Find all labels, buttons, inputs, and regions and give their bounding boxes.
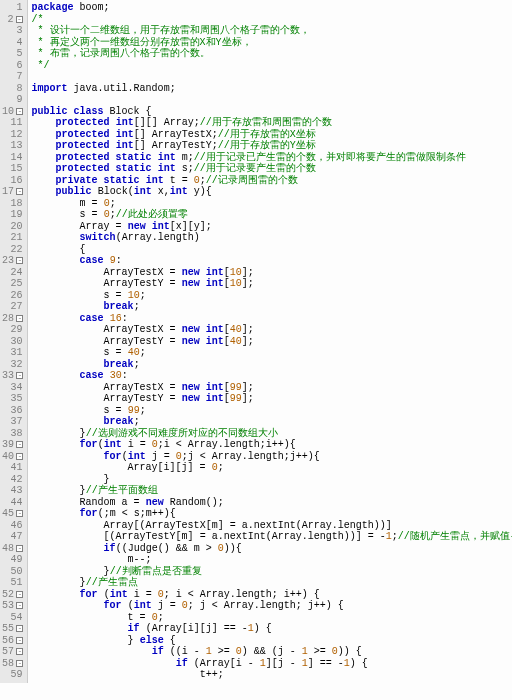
code-line[interactable]: protected int[] ArrayTestY;//用于存放雷的Y坐标 <box>32 140 512 152</box>
code-line[interactable]: break; <box>32 301 512 313</box>
code-line[interactable]: import java.util.Random; <box>32 83 512 95</box>
text: { <box>80 244 86 255</box>
code-line[interactable]: protected int[][] Array;//用于存放雷和周围雷的个数 <box>32 117 512 129</box>
code-line[interactable]: if((Judge() && m > 0)){ <box>32 543 512 555</box>
gutter-line: 16 <box>2 175 23 187</box>
code-line[interactable]: }//产生平面数组 <box>32 485 512 497</box>
code-line[interactable]: * 设计一个二维数组，用于存放雷和周围八个格子雷的个数， <box>32 25 512 37</box>
fold-toggle-icon[interactable] <box>16 315 23 322</box>
code-line[interactable]: package boom; <box>32 2 512 14</box>
code-line[interactable]: ArrayTestY = new int[99]; <box>32 393 512 405</box>
code-line[interactable]: Array = new int[x][y]; <box>32 221 512 233</box>
code-line[interactable]: s = 40; <box>32 347 512 359</box>
fold-toggle-icon[interactable] <box>16 510 23 517</box>
code-line[interactable]: } <box>32 474 512 486</box>
gutter-line: 21 <box>2 232 23 244</box>
fold-toggle-icon[interactable] <box>16 257 23 264</box>
code-line[interactable]: public class Block { <box>32 106 512 118</box>
code-line[interactable]: case 9: <box>32 255 512 267</box>
code-line[interactable]: }//选则游戏不同难度所对应的不同数组大小 <box>32 428 512 440</box>
code-line[interactable]: /* <box>32 14 512 26</box>
fold-toggle-icon[interactable] <box>16 16 23 23</box>
fold-toggle-icon[interactable] <box>16 453 23 460</box>
text: Array[i][j] = <box>128 462 212 473</box>
code-line[interactable]: t = 0; <box>32 612 512 624</box>
code-line[interactable]: Array[i][j] = 0; <box>32 462 512 474</box>
fold-toggle-icon[interactable] <box>16 602 23 609</box>
fold-toggle-icon[interactable] <box>16 108 23 115</box>
code-line[interactable]: Random a = new Random(); <box>32 497 512 509</box>
text: ; <box>110 198 116 209</box>
type: int <box>206 267 224 278</box>
code-line[interactable]: private static int t = 0;//记录周围雷的个数 <box>32 175 512 187</box>
line-number: 5 <box>17 48 23 60</box>
code-line[interactable]: case 30: <box>32 370 512 382</box>
code-line[interactable]: ArrayTestY = new int[40]; <box>32 336 512 348</box>
keyword: protected <box>56 117 110 128</box>
code-line[interactable] <box>32 94 512 106</box>
fold-toggle-icon[interactable] <box>16 441 23 448</box>
keyword: case <box>80 370 104 381</box>
fold-toggle-icon[interactable] <box>16 591 23 598</box>
number: 10 <box>128 290 140 301</box>
code-line[interactable]: protected int[] ArrayTestX;//用于存放雷的X坐标 <box>32 129 512 141</box>
code-line[interactable]: m--; <box>32 554 512 566</box>
code-line[interactable]: * 再定义两个一维数组分别存放雷的X和Y坐标， <box>32 37 512 49</box>
code-line[interactable]: for (int i = 0; i < Array.length; i++) { <box>32 589 512 601</box>
code-line[interactable]: Array[(ArrayTestX[m] = a.nextInt(Array.l… <box>32 520 512 532</box>
code-line[interactable]: protected static int s;//用于记录要产生雷的个数 <box>32 163 512 175</box>
fold-toggle-icon[interactable] <box>16 648 23 655</box>
keyword: protected static <box>56 152 152 163</box>
line-number: 21 <box>11 232 23 244</box>
code-line[interactable]: for(int j = 0;j < Array.length;j++){ <box>32 451 512 463</box>
code-line[interactable]: break; <box>32 359 512 371</box>
code-line[interactable] <box>32 71 512 83</box>
code-line[interactable]: for(int i = 0;i < Array.length;i++){ <box>32 439 512 451</box>
code-line[interactable]: ArrayTestY = new int[10]; <box>32 278 512 290</box>
code-line[interactable]: for(;m < s;m++){ <box>32 508 512 520</box>
code-line[interactable]: { <box>32 244 512 256</box>
code-line[interactable]: if ((i - 1 >= 0) && (j - 1 >= 0)) { <box>32 646 512 658</box>
code-line[interactable]: * 布雷，记录周围八个格子雷的个数。 <box>32 48 512 60</box>
fold-toggle-icon[interactable] <box>16 660 23 667</box>
code-line[interactable]: }//产生雷点 <box>32 577 512 589</box>
code-line[interactable]: t++; <box>32 669 512 681</box>
gutter-line: 9 <box>2 94 23 106</box>
code-line[interactable]: } else { <box>32 635 512 647</box>
code-line[interactable]: ArrayTestX = new int[40]; <box>32 324 512 336</box>
code-line[interactable]: for (int j = 0; j < Array.length; j++) { <box>32 600 512 612</box>
code-line[interactable]: if (Array[i - 1][j - 1] == -1) { <box>32 658 512 670</box>
code-line[interactable]: */ <box>32 60 512 72</box>
code-line[interactable]: m = 0; <box>32 198 512 210</box>
code-line[interactable]: case 16: <box>32 313 512 325</box>
line-number: 23 <box>2 255 14 267</box>
text: ) { <box>350 658 368 669</box>
gutter-line: 41 <box>2 462 23 474</box>
code-line[interactable]: break; <box>32 416 512 428</box>
code-line[interactable]: }//判断雷点是否重复 <box>32 566 512 578</box>
code-line[interactable]: switch(Array.length) <box>32 232 512 244</box>
gutter-line: 56 <box>2 635 23 647</box>
code-area[interactable]: package boom;/* * 设计一个二维数组，用于存放雷和周围八个格子雷… <box>28 0 512 683</box>
text: s; <box>176 163 194 174</box>
line-number: 6 <box>17 60 23 72</box>
code-line[interactable]: s = 0;//此处必须置零 <box>32 209 512 221</box>
type: int <box>116 117 134 128</box>
code-line[interactable]: if (Array[i][j] == -1) { <box>32 623 512 635</box>
fold-toggle-icon[interactable] <box>16 188 23 195</box>
code-line[interactable]: s = 10; <box>32 290 512 302</box>
number: 40 <box>128 347 140 358</box>
fold-toggle-icon[interactable] <box>16 625 23 632</box>
code-line[interactable]: ArrayTestX = new int[99]; <box>32 382 512 394</box>
fold-toggle-icon[interactable] <box>16 637 23 644</box>
text: ArrayTestX = <box>104 382 182 393</box>
code-line[interactable]: ArrayTestX = new int[10]; <box>32 267 512 279</box>
line-number: 11 <box>11 117 23 129</box>
fold-toggle-icon[interactable] <box>16 372 23 379</box>
code-line[interactable]: public Block(int x,int y){ <box>32 186 512 198</box>
comment: * 设计一个二维数组，用于存放雷和周围八个格子雷的个数， <box>32 25 310 36</box>
code-line[interactable]: protected static int m;//用于记录已产生雷的个数，并对即… <box>32 152 512 164</box>
code-line[interactable]: s = 99; <box>32 405 512 417</box>
code-line[interactable]: [(ArrayTestY[m] = a.nextInt(Array.length… <box>32 531 512 543</box>
fold-toggle-icon[interactable] <box>16 545 23 552</box>
